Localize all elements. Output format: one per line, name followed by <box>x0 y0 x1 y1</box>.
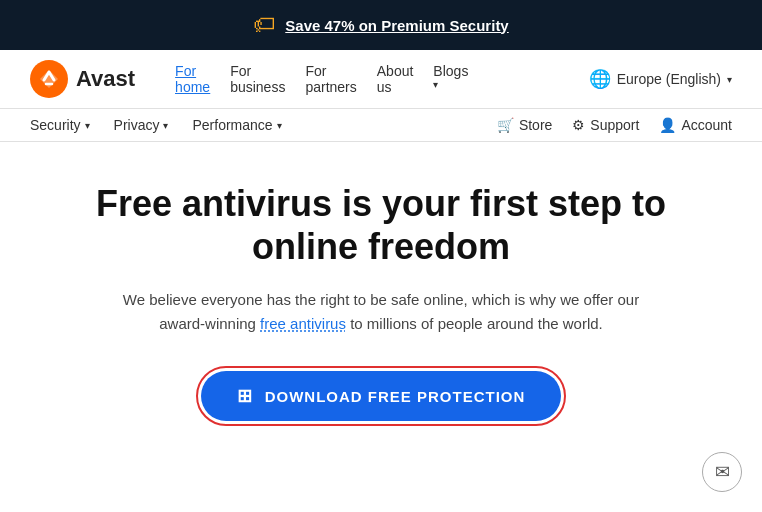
subnav-performance[interactable]: Performance ▾ <box>192 117 281 133</box>
navbar: Avast For home For business For partners… <box>0 50 762 109</box>
chevron-down-icon: ▾ <box>277 120 282 131</box>
subnav-privacy[interactable]: Privacy ▾ <box>114 117 169 133</box>
avast-logo-icon <box>30 60 68 98</box>
nav-links: For home For business For partners About… <box>175 63 468 95</box>
region-label: Europe (English) <box>617 71 721 87</box>
user-icon: 👤 <box>659 117 676 133</box>
store-link[interactable]: 🛒 Store <box>497 117 552 133</box>
windows-icon: ⊞ <box>237 385 253 407</box>
hero-section: Free antivirus is your first step to onl… <box>0 142 762 456</box>
hero-heading: Free antivirus is your first step to onl… <box>60 182 702 268</box>
chevron-down-icon: ▾ <box>85 120 90 131</box>
subnav-security[interactable]: Security ▾ <box>30 117 90 133</box>
nav-link-partners[interactable]: For partners <box>305 63 356 95</box>
gear-icon: ⚙ <box>572 117 585 133</box>
nav-link-blogs[interactable]: Blogs ▾ <box>433 63 468 90</box>
nav-link-home[interactable]: For home <box>175 63 210 95</box>
download-button-wrap: ⊞ DOWNLOAD FREE PROTECTION <box>196 366 567 426</box>
chevron-down-icon: ▾ <box>727 74 732 85</box>
top-banner: 🏷 Save 47% on Premium Security <box>0 0 762 50</box>
download-button[interactable]: ⊞ DOWNLOAD FREE PROTECTION <box>201 371 562 421</box>
store-icon: 🛒 <box>497 117 514 133</box>
banner-link[interactable]: Save 47% on Premium Security <box>285 17 508 34</box>
account-link[interactable]: 👤 Account <box>659 117 732 133</box>
chevron-down-icon: ▾ <box>163 120 168 131</box>
badge-icon: 🏷 <box>253 12 275 38</box>
region-selector[interactable]: 🌐 Europe (English) ▾ <box>589 68 732 90</box>
globe-icon: 🌐 <box>589 68 611 90</box>
free-antivirus-link[interactable]: free antivirus <box>260 315 346 332</box>
subnav-right: 🛒 Store ⚙ Support 👤 Account <box>497 117 732 133</box>
nav-link-business[interactable]: For business <box>230 63 285 95</box>
logo-area: Avast <box>30 60 135 98</box>
nav-link-about[interactable]: About us <box>377 63 414 95</box>
hero-paragraph: We believe everyone has the right to be … <box>101 288 661 336</box>
support-link[interactable]: ⚙ Support <box>572 117 639 133</box>
subnav: Security ▾ Privacy ▾ Performance ▾ 🛒 Sto… <box>0 109 762 142</box>
logo-text: Avast <box>76 66 135 92</box>
